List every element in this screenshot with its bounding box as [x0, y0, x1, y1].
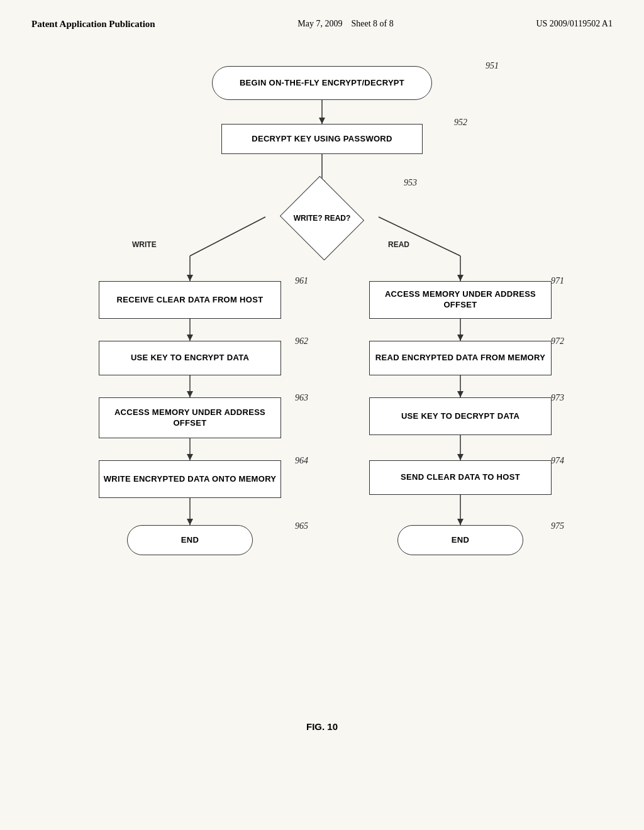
header-publication-label: Patent Application Publication	[31, 19, 155, 30]
step-label-963: 963	[295, 393, 308, 403]
svg-marker-1	[319, 118, 325, 124]
node-953-container: WRITE? READ?	[269, 187, 375, 250]
node-971: ACCESS MEMORY UNDER ADDRESS OFFSET	[369, 281, 552, 319]
step-label-953: 953	[404, 178, 417, 188]
node-972: READ ENCRYPTED DATA FROM MEMORY	[369, 341, 552, 375]
flowchart-diagram: 951 BEGIN ON-THE-FLY ENCRYPT/DECRYPT 952…	[52, 55, 592, 715]
node-973: USE KEY TO DECRYPT DATA	[369, 397, 552, 435]
svg-marker-17	[187, 519, 193, 525]
node-964: WRITE ENCRYPTED DATA ONTO MEMORY	[99, 460, 281, 498]
svg-marker-13	[187, 391, 193, 397]
node-965: END	[127, 525, 253, 555]
node-961: RECEIVE CLEAR DATA FROM HOST	[99, 281, 281, 319]
figure-label: FIG. 10	[31, 721, 613, 732]
header-sheet: Sheet 8 of 8	[351, 19, 393, 28]
step-label-971: 971	[551, 276, 564, 286]
svg-marker-11	[187, 335, 193, 341]
svg-line-4	[190, 217, 265, 256]
step-label-973: 973	[551, 393, 564, 403]
header-date: May 7, 2009	[297, 19, 342, 28]
step-label-965: 965	[295, 521, 308, 531]
svg-line-7	[379, 217, 460, 256]
svg-marker-19	[457, 335, 464, 341]
step-label-964: 964	[295, 456, 308, 466]
page-header: Patent Application Publication May 7, 20…	[31, 19, 613, 30]
node-975: END	[397, 525, 523, 555]
node-952: DECRYPT KEY USING PASSWORD	[221, 124, 423, 154]
header-date-sheet: May 7, 2009 Sheet 8 of 8	[297, 19, 393, 29]
step-label-972: 972	[551, 336, 564, 346]
svg-marker-15	[187, 454, 193, 460]
page: Patent Application Publication May 7, 20…	[0, 0, 644, 830]
step-label-952: 952	[454, 118, 467, 128]
node-974: SEND CLEAR DATA TO HOST	[369, 460, 552, 495]
svg-marker-23	[457, 454, 464, 460]
node-962: USE KEY TO ENCRYPT DATA	[99, 341, 281, 375]
header-patent-number: US 2009/0119502 A1	[536, 19, 613, 29]
step-label-961: 961	[295, 276, 308, 286]
step-label-951: 951	[486, 61, 499, 71]
branch-read-label: READ	[388, 240, 409, 249]
step-label-975: 975	[551, 521, 564, 531]
node-951: BEGIN ON-THE-FLY ENCRYPT/DECRYPT	[212, 66, 432, 100]
svg-marker-21	[457, 391, 464, 397]
branch-write-label: WRITE	[132, 240, 157, 249]
step-label-974: 974	[551, 456, 564, 466]
node-963: ACCESS MEMORY UNDER ADDRESS OFFSET	[99, 397, 281, 438]
svg-marker-6	[187, 275, 193, 281]
svg-marker-25	[457, 519, 464, 525]
step-label-962: 962	[295, 336, 308, 346]
node-953-label: WRITE? READ?	[269, 187, 375, 250]
svg-marker-9	[457, 275, 464, 281]
